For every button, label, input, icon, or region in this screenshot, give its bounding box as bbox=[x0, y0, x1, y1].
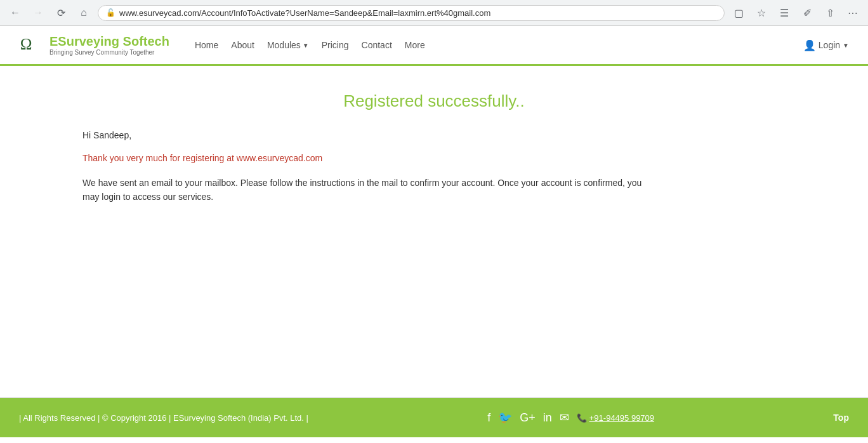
nav-home[interactable]: Home bbox=[195, 40, 218, 50]
site-footer: | All Rights Reserved | © Copyright 2016… bbox=[0, 398, 868, 437]
linkedin-icon[interactable]: in bbox=[543, 411, 552, 425]
footer-social: f 🐦 G+ in ✉ 📞 +91-94495 99709 bbox=[487, 411, 654, 425]
lock-icon: 🔓 bbox=[106, 8, 115, 17]
twitter-icon[interactable]: 🐦 bbox=[498, 411, 512, 425]
top-button[interactable]: Top bbox=[833, 413, 849, 423]
reader-mode-button[interactable]: ▢ bbox=[730, 4, 747, 22]
login-button[interactable]: 👤 Login ▼ bbox=[803, 39, 849, 51]
greeting-text: Hi Sandeep, bbox=[82, 130, 849, 140]
thank-you-text: Thank you very much for registering at w… bbox=[82, 153, 849, 163]
login-dropdown-arrow: ▼ bbox=[843, 42, 849, 49]
reading-list-button[interactable]: ☰ bbox=[775, 4, 793, 22]
email-icon[interactable]: ✉ bbox=[560, 411, 569, 425]
forward-button[interactable]: → bbox=[29, 4, 47, 22]
logo-area[interactable]: Ω ESurveying Softech Bringing Survey Com… bbox=[19, 32, 169, 58]
share-icon[interactable]: ✐ bbox=[798, 4, 816, 22]
footer-phone: 📞 +91-94495 99709 bbox=[577, 413, 654, 423]
googleplus-icon[interactable]: G+ bbox=[520, 411, 536, 425]
footer-copyright: | All Rights Reserved | © Copyright 2016… bbox=[19, 413, 308, 423]
back-button[interactable]: ← bbox=[6, 4, 24, 22]
nav-contact[interactable]: Contact bbox=[362, 40, 392, 50]
main-content: Registered successfully.. Hi Sandeep, Th… bbox=[0, 66, 868, 397]
more-options-button[interactable]: ⋯ bbox=[844, 4, 862, 22]
browser-actions: ▢ ☆ ☰ ✐ ⇧ ⋯ bbox=[730, 4, 862, 22]
main-nav: Home About Modules ▼ Pricing Contact Mor… bbox=[195, 40, 425, 50]
home-button[interactable]: ⌂ bbox=[75, 4, 93, 22]
svg-text:Ω: Ω bbox=[20, 36, 32, 53]
site-header: Ω ESurveying Softech Bringing Survey Com… bbox=[0, 26, 868, 66]
browser-toolbar: ← → ⟳ ⌂ 🔓 www.esurveycad.com/Account/Inf… bbox=[0, 0, 868, 25]
page-wrapper: Ω ESurveying Softech Bringing Survey Com… bbox=[0, 26, 868, 437]
phone-icon: 📞 bbox=[577, 413, 587, 423]
reload-button[interactable]: ⟳ bbox=[52, 4, 70, 22]
info-text: We have sent an email to your mailbox. P… bbox=[82, 176, 654, 204]
nav-more[interactable]: More bbox=[405, 40, 425, 50]
address-bar[interactable]: 🔓 www.esurveycad.com/Account/InfoToActiv… bbox=[98, 5, 725, 21]
success-title: Registered successfully.. bbox=[19, 91, 849, 111]
phone-link[interactable]: +91-94495 99709 bbox=[589, 413, 654, 423]
header-right: 👤 Login ▼ bbox=[803, 39, 849, 51]
nav-modules[interactable]: Modules ▼ bbox=[267, 40, 309, 50]
logo-text-area: ESurveying Softech Bringing Survey Commu… bbox=[49, 34, 169, 56]
share-button[interactable]: ⇧ bbox=[821, 4, 839, 22]
modules-dropdown-arrow: ▼ bbox=[303, 42, 309, 49]
user-icon: 👤 bbox=[803, 39, 816, 51]
nav-pricing[interactable]: Pricing bbox=[322, 40, 349, 50]
bookmark-button[interactable]: ☆ bbox=[753, 4, 770, 22]
nav-about[interactable]: About bbox=[231, 40, 254, 50]
logo-icon: Ω bbox=[19, 32, 44, 58]
browser-chrome: ← → ⟳ ⌂ 🔓 www.esurveycad.com/Account/Inf… bbox=[0, 0, 868, 26]
url-text: www.esurveycad.com/Account/InfoToActivat… bbox=[119, 8, 716, 18]
logo-tagline: Bringing Survey Community Together bbox=[49, 49, 169, 56]
facebook-icon[interactable]: f bbox=[487, 411, 490, 425]
logo-brand: ESurveying Softech bbox=[49, 34, 169, 49]
